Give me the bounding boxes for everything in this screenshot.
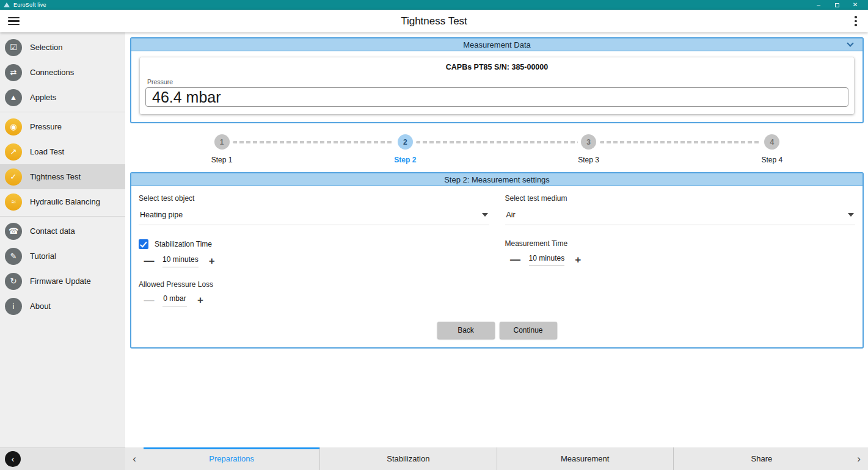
maximize-icon[interactable] bbox=[828, 0, 846, 10]
sidebar-items: ☑ Selection ⇄ Connections ▲ Applets ◉ Pr… bbox=[0, 32, 125, 447]
chevron-left-icon: ‹ bbox=[12, 454, 15, 464]
pressure-loss-minus-button[interactable]: — bbox=[144, 296, 155, 305]
stabilization-time-label: Stabilization Time bbox=[155, 240, 212, 248]
tab-stabilization[interactable]: Stabilization bbox=[319, 447, 496, 470]
connections-icon: ⇄ bbox=[5, 64, 22, 81]
step-4-circle: 4 bbox=[764, 134, 779, 150]
sidebar-footer: ‹ bbox=[0, 447, 125, 470]
dropdown-caret-icon bbox=[848, 213, 854, 217]
sidebar-item-applets[interactable]: ▲ Applets bbox=[0, 85, 125, 110]
tab-share[interactable]: Share bbox=[673, 447, 850, 470]
sidebar-divider bbox=[0, 112, 125, 112]
measurement-data-header[interactable]: Measurement Data bbox=[131, 38, 863, 51]
stabilization-time-group: Stabilization Time — 10 minutes + bbox=[139, 239, 489, 267]
tabs-scroll-left-icon[interactable]: ‹ bbox=[125, 447, 144, 470]
dropdown-caret-icon bbox=[482, 213, 488, 217]
step-1-circle: 1 bbox=[214, 134, 230, 150]
selection-icon: ☑ bbox=[5, 39, 22, 56]
sidebar-item-label: Connections bbox=[30, 68, 74, 77]
step2-settings-header: Step 2: Measurement settings bbox=[131, 173, 863, 186]
step-2-circle: 2 bbox=[398, 134, 413, 150]
sidebar: ☑ Selection ⇄ Connections ▲ Applets ◉ Pr… bbox=[0, 32, 125, 470]
back-button[interactable]: Back bbox=[437, 322, 495, 339]
pressure-loss-plus-button[interactable]: + bbox=[195, 296, 206, 305]
hydraulic-balancing-icon: ≈ bbox=[5, 193, 22, 211]
pressure-loss-group: Allowed Pressure Loss — 0 mbar + bbox=[139, 280, 855, 306]
continue-button[interactable]: Continue bbox=[500, 322, 557, 339]
step-3[interactable]: 3 Step 3 bbox=[497, 134, 680, 164]
stabilization-plus-button[interactable]: + bbox=[206, 257, 217, 266]
test-medium-value: Air bbox=[506, 211, 516, 219]
bottom-tab-bar: ‹ Preparations Stabilization Measurement… bbox=[125, 447, 868, 470]
tab-measurement[interactable]: Measurement bbox=[497, 447, 673, 470]
stabilization-minus-button[interactable]: — bbox=[144, 257, 155, 266]
step-2-label: Step 2 bbox=[394, 156, 416, 164]
measurement-time-minus-button[interactable]: — bbox=[510, 256, 521, 264]
measurement-time-value: 10 minutes bbox=[529, 254, 565, 266]
wizard-stepper: 1 Step 1 2 Step 2 3 Step 3 4 bbox=[130, 134, 864, 164]
sidebar-collapse-button[interactable]: ‹ bbox=[5, 451, 21, 467]
sidebar-item-about[interactable]: i About bbox=[0, 294, 125, 319]
more-options-icon[interactable] bbox=[844, 10, 868, 32]
chevron-down-icon[interactable] bbox=[847, 40, 853, 46]
sidebar-item-tutorial[interactable]: ✎ Tutorial bbox=[0, 244, 125, 269]
sidebar-item-label: Firmware Update bbox=[30, 277, 91, 286]
step-2[interactable]: 2 Step 2 bbox=[313, 134, 497, 164]
window-controls: – ✕ bbox=[809, 0, 864, 10]
sidebar-item-label: Contact data bbox=[30, 226, 75, 236]
step2-settings-title: Step 2: Measurement settings bbox=[444, 175, 550, 184]
step-1-label: Step 1 bbox=[211, 156, 233, 164]
sidebar-item-hydraulic-balancing[interactable]: ≈ Hydraulic Balancing bbox=[0, 189, 125, 214]
measurement-data-title: Measurement Data bbox=[463, 40, 531, 49]
hamburger-menu-icon[interactable] bbox=[0, 10, 27, 32]
sidebar-item-pressure[interactable]: ◉ Pressure bbox=[0, 114, 125, 139]
applets-icon: ▲ bbox=[5, 89, 22, 106]
stabilization-time-value: 10 minutes bbox=[162, 255, 199, 267]
step2-settings-panel: Step 2: Measurement settings Select test… bbox=[130, 172, 864, 349]
app-name: EuroSoft live bbox=[13, 2, 46, 8]
tabs-scroll-right-icon[interactable]: › bbox=[850, 447, 868, 470]
close-icon[interactable]: ✕ bbox=[846, 0, 864, 10]
maximize-box-glyph bbox=[835, 3, 839, 7]
test-medium-select[interactable]: Air bbox=[505, 211, 856, 225]
sidebar-item-contact-data[interactable]: ☎ Contact data bbox=[0, 219, 125, 244]
minimize-icon[interactable]: – bbox=[809, 0, 828, 10]
pressure-icon: ◉ bbox=[5, 118, 22, 136]
pressure-loss-label: Allowed Pressure Loss bbox=[139, 280, 855, 289]
sidebar-item-label: Selection bbox=[30, 43, 62, 52]
measurement-time-plus-button[interactable]: + bbox=[572, 256, 583, 264]
firmware-update-icon: ↻ bbox=[5, 273, 22, 290]
sidebar-item-label: Pressure bbox=[30, 122, 62, 131]
sidebar-item-label: Tightness Test bbox=[30, 172, 81, 181]
device-card: CAPBs PT85 S/N: 385-00000 Pressure 46.4 … bbox=[140, 57, 854, 114]
test-object-value: Heating pipe bbox=[140, 211, 183, 219]
sidebar-item-load-test[interactable]: ↗ Load Test bbox=[0, 139, 125, 164]
test-object-label: Select test object bbox=[139, 194, 489, 203]
sidebar-item-selection[interactable]: ☑ Selection bbox=[0, 35, 125, 60]
sidebar-item-firmware-update[interactable]: ↻ Firmware Update bbox=[0, 269, 125, 294]
sidebar-item-label: Hydraulic Balancing bbox=[30, 197, 100, 206]
app-window: EuroSoft live – ✕ Tightness Test ☑ Selec… bbox=[0, 0, 868, 470]
about-icon: i bbox=[5, 298, 22, 315]
os-titlebar: EuroSoft live – ✕ bbox=[0, 0, 868, 10]
kebab-dot bbox=[855, 24, 857, 26]
app-logo-icon bbox=[4, 2, 10, 7]
step-4[interactable]: 4 Step 4 bbox=[680, 134, 864, 164]
tab-preparations[interactable]: Preparations bbox=[144, 447, 319, 470]
stabilization-time-checkbox[interactable] bbox=[139, 239, 148, 249]
test-object-group: Select test object Heating pipe bbox=[139, 194, 489, 225]
hamburger-bar bbox=[8, 17, 20, 19]
test-object-select[interactable]: Heating pipe bbox=[139, 211, 489, 225]
kebab-dot bbox=[855, 20, 857, 23]
sidebar-item-connections[interactable]: ⇄ Connections bbox=[0, 60, 125, 85]
pressure-label: Pressure bbox=[147, 78, 848, 85]
measurement-time-group: Measurement Time — 10 minutes + bbox=[505, 239, 856, 267]
pressure-field[interactable]: 46.4 mbar bbox=[145, 87, 848, 107]
measurement-data-panel: Measurement Data CAPBs PT85 S/N: 385-000… bbox=[130, 37, 864, 123]
hamburger-bar bbox=[8, 20, 20, 22]
tutorial-icon: ✎ bbox=[5, 248, 22, 265]
sidebar-divider bbox=[0, 216, 125, 217]
step-1[interactable]: 1 Step 1 bbox=[130, 134, 313, 164]
pressure-loss-value: 0 mbar bbox=[162, 294, 187, 306]
sidebar-item-tightness-test[interactable]: ✓ Tightness Test bbox=[0, 164, 125, 189]
